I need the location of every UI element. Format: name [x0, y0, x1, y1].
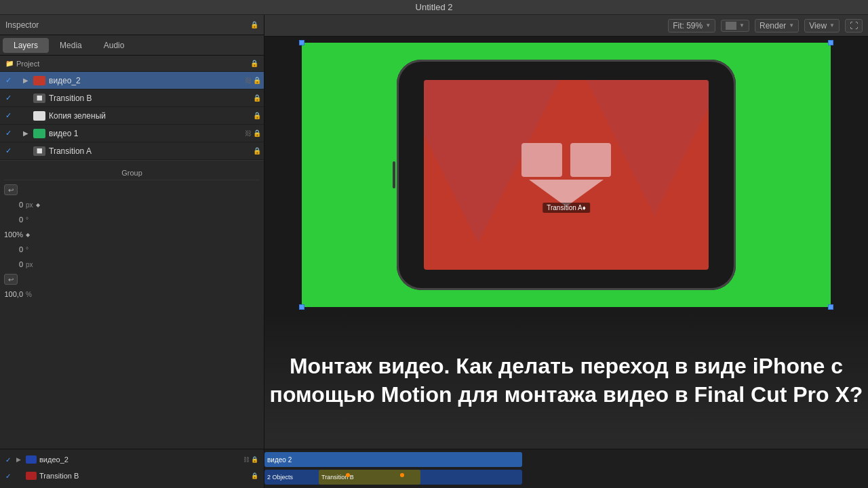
canvas-viewport: Transition A♦: [264, 37, 868, 313]
fit-dropdown-arrow: ▼: [705, 22, 711, 28]
fit-label: Fit: 59%: [673, 21, 703, 30]
layer-lock-icon: 🔒: [253, 129, 261, 137]
fullscreen-icon: ⛶: [850, 21, 858, 30]
rot2-value: 0: [4, 245, 23, 253]
layer-thumb: [33, 129, 45, 138]
layer-lock-icon: 🔒: [253, 77, 261, 84]
tl-icons: ⛓ 🔒: [243, 456, 258, 463]
layer-name: видео_2: [49, 76, 245, 85]
layers-panel: 📁 Project 🔒 ✓ ▶ видео_2 ⛓ 🔒: [0, 56, 264, 449]
tl-lock-icon: 🔒: [251, 456, 258, 463]
sidebar-header: Inspector 🔒: [0, 15, 264, 35]
tab-layers[interactable]: Layers: [3, 38, 49, 53]
layer-row[interactable]: ✓ Копия зеленый 🔒: [0, 107, 264, 125]
layer-row[interactable]: ✓ ⬜ Transition B 🔒: [0, 89, 264, 107]
timeline-section: ✓ ▶ видео_2 ⛓ 🔒 ✓ Transition B 🔒: [0, 449, 868, 488]
render-label: Render: [760, 21, 786, 30]
layer-lock-icon: 🔒: [253, 112, 261, 119]
iphone-frame: Transition A♦: [397, 60, 736, 290]
corner-handle-br[interactable]: [828, 304, 833, 310]
tabs-area: Layers Media Audio: [0, 35, 264, 56]
block-label: 2 Objects: [267, 474, 293, 481]
project-folder-icon: 📁: [5, 60, 14, 67]
view-label: View: [809, 21, 827, 30]
color-profile-control[interactable]: ▼: [721, 20, 749, 32]
layer-name: видео 1: [49, 129, 245, 138]
opacity-unit: %: [26, 291, 32, 298]
transition-bar-right: [570, 143, 611, 177]
undo-button[interactable]: ↩: [4, 184, 18, 195]
offset-unit: px: [26, 261, 33, 268]
layer-icons: 🔒: [253, 94, 261, 102]
layer-row[interactable]: ✓ ▶ видео_2 ⛓ 🔒: [0, 72, 264, 89]
layer-name: Копия зеленый: [49, 111, 253, 121]
tl-layer-name: Transition B: [39, 472, 248, 480]
titlebar: Untitled 2: [0, 0, 868, 15]
overlay-text: Монтаж видео. Как делать переход в виде …: [264, 352, 868, 409]
corner-handle-tr[interactable]: [828, 40, 833, 45]
tl-link-icon: ⛓: [243, 456, 250, 463]
undo2-button[interactable]: ↩: [4, 274, 18, 285]
pos-x-value: 0: [4, 201, 23, 209]
corner-handle-tl[interactable]: [299, 40, 304, 45]
check-icon: ✓: [3, 146, 14, 155]
offset-row: 0 px: [4, 258, 260, 271]
layer-thumb: ⬜: [33, 94, 45, 103]
timeline-row[interactable]: ✓ Transition B 🔒: [5, 468, 258, 483]
project-lock-icon: 🔒: [250, 60, 258, 67]
main-layout: Inspector 🔒 Layers Media Audio 📁 Project…: [0, 15, 868, 488]
check-icon: ✓: [3, 111, 14, 120]
pos-x-unit: px: [26, 201, 33, 209]
color-dropdown-arrow: ▼: [739, 22, 745, 28]
sidebar: Inspector 🔒 Layers Media Audio 📁 Project…: [0, 15, 264, 449]
render-button[interactable]: Render ▼: [755, 19, 799, 33]
layer-icons: ⛓ 🔒: [245, 77, 261, 84]
canvas-area: Fit: 59% ▼ ▼ Render ▼ View ▼ ⛶: [264, 15, 868, 449]
check-icon: ✓: [3, 129, 14, 138]
scale-row: 100% ◆: [4, 228, 260, 241]
iphone-screen: Transition A♦: [424, 80, 709, 270]
corner-handle-bl[interactable]: [299, 304, 304, 310]
layer-lock-icon: 🔒: [253, 147, 261, 155]
check-icon: ✓: [3, 94, 14, 102]
render-dropdown-arrow: ▼: [789, 22, 794, 28]
timeline-row[interactable]: ✓ ▶ видео_2 ⛓ 🔒: [5, 452, 258, 467]
tab-audio[interactable]: Audio: [93, 38, 136, 53]
expand-arrow[interactable]: ▶: [23, 77, 31, 84]
transition-bar-left: [521, 143, 562, 177]
layer-name: Transition A: [49, 146, 253, 156]
undo2-row: ↩: [4, 272, 260, 286]
timeline-keyframe-dot: [346, 473, 350, 477]
timeline-block-transb[interactable]: Transition B: [319, 470, 420, 485]
fit-control[interactable]: Fit: 59% ▼: [668, 19, 715, 33]
timeline-block-video2[interactable]: видео 2: [264, 452, 522, 467]
tab-media[interactable]: Media: [49, 38, 93, 53]
layer-row[interactable]: ✓ ▶ видео 1 ⛓ 🔒: [0, 125, 264, 142]
transition-top-bars: [521, 143, 611, 177]
tl-thumb: [26, 455, 37, 464]
fullscreen-button[interactable]: ⛶: [845, 19, 863, 33]
tl-icons: 🔒: [251, 472, 258, 479]
offset-value: 0: [4, 260, 23, 268]
project-label: Project: [16, 60, 39, 68]
opacity-value: 100,0: [4, 290, 23, 298]
rot2-row: 0 °: [4, 243, 260, 256]
transition-icon: ⬜: [37, 96, 43, 101]
layer-thumb: ⬜: [33, 146, 45, 156]
view-button[interactable]: View ▼: [804, 19, 840, 33]
rotation-value: 0: [4, 216, 23, 224]
group-label: Group: [4, 166, 260, 180]
timeline-keyframe-dot-2: [400, 473, 404, 477]
lock-icon: 🔒: [250, 21, 258, 28]
layer-icons: 🔒: [253, 147, 261, 155]
canvas-content: Transition A♦: [302, 43, 831, 307]
expand-arrow[interactable]: ▶: [23, 129, 31, 137]
check-icon: ✓: [3, 76, 14, 85]
undo-row: ↩: [4, 183, 260, 197]
top-section: Inspector 🔒 Layers Media Audio 📁 Project…: [0, 15, 868, 449]
layer-row[interactable]: ✓ ⬜ Transition A 🔒: [0, 142, 264, 160]
transition-label: Transition A♦: [542, 203, 590, 213]
inspector-fields: Group ↩ 0 px ◆ 0 ° 100%: [0, 160, 264, 308]
inspector-label: Inspector: [5, 20, 39, 30]
tl-check: ✓: [5, 456, 14, 464]
